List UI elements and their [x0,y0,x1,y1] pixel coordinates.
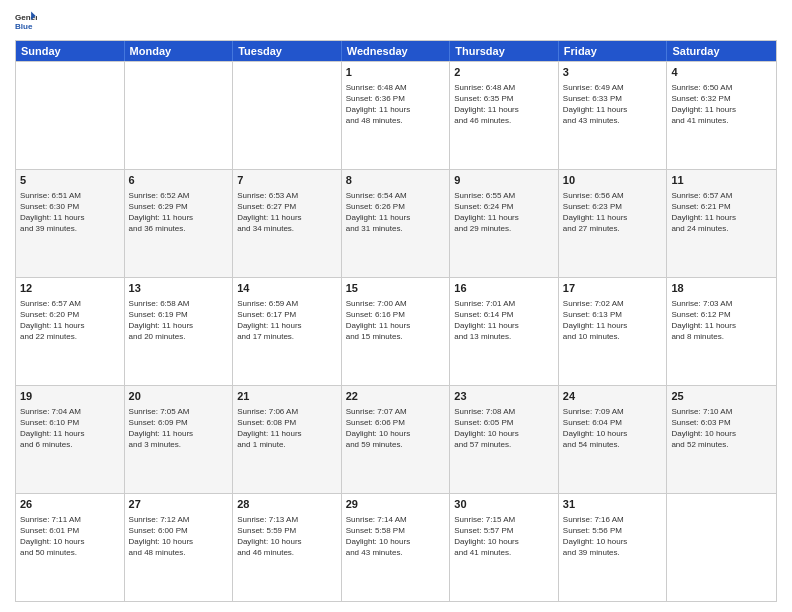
day-number: 20 [129,389,229,404]
day-number: 1 [346,65,446,80]
header: General Blue [15,10,777,32]
table-row: 19Sunrise: 7:04 AM Sunset: 6:10 PM Dayli… [16,386,125,493]
day-number: 25 [671,389,772,404]
table-row: 15Sunrise: 7:00 AM Sunset: 6:16 PM Dayli… [342,278,451,385]
day-number: 31 [563,497,663,512]
page: General Blue SundayMondayTuesdayWednesda… [0,0,792,612]
day-number: 3 [563,65,663,80]
table-row: 16Sunrise: 7:01 AM Sunset: 6:14 PM Dayli… [450,278,559,385]
table-row: 29Sunrise: 7:14 AM Sunset: 5:58 PM Dayli… [342,494,451,601]
day-number: 15 [346,281,446,296]
cell-text: Sunrise: 7:11 AM Sunset: 6:01 PM Dayligh… [20,514,120,559]
table-row: 26Sunrise: 7:11 AM Sunset: 6:01 PM Dayli… [16,494,125,601]
logo: General Blue [15,10,41,32]
table-row [16,62,125,169]
day-number: 21 [237,389,337,404]
cell-text: Sunrise: 7:08 AM Sunset: 6:05 PM Dayligh… [454,406,554,451]
calendar-row: 19Sunrise: 7:04 AM Sunset: 6:10 PM Dayli… [16,385,776,493]
day-number: 11 [671,173,772,188]
table-row: 7Sunrise: 6:53 AM Sunset: 6:27 PM Daylig… [233,170,342,277]
table-row: 2Sunrise: 6:48 AM Sunset: 6:35 PM Daylig… [450,62,559,169]
day-number: 7 [237,173,337,188]
cell-text: Sunrise: 6:50 AM Sunset: 6:32 PM Dayligh… [671,82,772,127]
table-row: 18Sunrise: 7:03 AM Sunset: 6:12 PM Dayli… [667,278,776,385]
cell-text: Sunrise: 6:48 AM Sunset: 6:35 PM Dayligh… [454,82,554,127]
calendar-header-cell: Tuesday [233,41,342,61]
day-number: 19 [20,389,120,404]
day-number: 18 [671,281,772,296]
day-number: 17 [563,281,663,296]
logo-icon: General Blue [15,10,37,32]
day-number: 9 [454,173,554,188]
calendar-body: 1Sunrise: 6:48 AM Sunset: 6:36 PM Daylig… [16,61,776,601]
table-row: 12Sunrise: 6:57 AM Sunset: 6:20 PM Dayli… [16,278,125,385]
day-number: 23 [454,389,554,404]
table-row: 5Sunrise: 6:51 AM Sunset: 6:30 PM Daylig… [16,170,125,277]
cell-text: Sunrise: 7:09 AM Sunset: 6:04 PM Dayligh… [563,406,663,451]
day-number: 8 [346,173,446,188]
cell-text: Sunrise: 7:10 AM Sunset: 6:03 PM Dayligh… [671,406,772,451]
calendar-header-cell: Thursday [450,41,559,61]
cell-text: Sunrise: 7:06 AM Sunset: 6:08 PM Dayligh… [237,406,337,451]
calendar-header-cell: Monday [125,41,234,61]
cell-text: Sunrise: 7:05 AM Sunset: 6:09 PM Dayligh… [129,406,229,451]
day-number: 28 [237,497,337,512]
cell-text: Sunrise: 7:16 AM Sunset: 5:56 PM Dayligh… [563,514,663,559]
day-number: 16 [454,281,554,296]
calendar-row: 12Sunrise: 6:57 AM Sunset: 6:20 PM Dayli… [16,277,776,385]
table-row: 9Sunrise: 6:55 AM Sunset: 6:24 PM Daylig… [450,170,559,277]
cell-text: Sunrise: 7:12 AM Sunset: 6:00 PM Dayligh… [129,514,229,559]
calendar: SundayMondayTuesdayWednesdayThursdayFrid… [15,40,777,602]
cell-text: Sunrise: 7:02 AM Sunset: 6:13 PM Dayligh… [563,298,663,343]
cell-text: Sunrise: 6:57 AM Sunset: 6:20 PM Dayligh… [20,298,120,343]
day-number: 26 [20,497,120,512]
table-row: 6Sunrise: 6:52 AM Sunset: 6:29 PM Daylig… [125,170,234,277]
table-row [233,62,342,169]
calendar-row: 26Sunrise: 7:11 AM Sunset: 6:01 PM Dayli… [16,493,776,601]
table-row: 20Sunrise: 7:05 AM Sunset: 6:09 PM Dayli… [125,386,234,493]
cell-text: Sunrise: 7:07 AM Sunset: 6:06 PM Dayligh… [346,406,446,451]
cell-text: Sunrise: 7:01 AM Sunset: 6:14 PM Dayligh… [454,298,554,343]
calendar-header-cell: Saturday [667,41,776,61]
cell-text: Sunrise: 6:49 AM Sunset: 6:33 PM Dayligh… [563,82,663,127]
cell-text: Sunrise: 6:53 AM Sunset: 6:27 PM Dayligh… [237,190,337,235]
cell-text: Sunrise: 7:03 AM Sunset: 6:12 PM Dayligh… [671,298,772,343]
table-row: 31Sunrise: 7:16 AM Sunset: 5:56 PM Dayli… [559,494,668,601]
table-row [125,62,234,169]
table-row: 17Sunrise: 7:02 AM Sunset: 6:13 PM Dayli… [559,278,668,385]
calendar-header-cell: Sunday [16,41,125,61]
cell-text: Sunrise: 7:13 AM Sunset: 5:59 PM Dayligh… [237,514,337,559]
table-row: 11Sunrise: 6:57 AM Sunset: 6:21 PM Dayli… [667,170,776,277]
calendar-header-cell: Wednesday [342,41,451,61]
table-row: 30Sunrise: 7:15 AM Sunset: 5:57 PM Dayli… [450,494,559,601]
day-number: 10 [563,173,663,188]
cell-text: Sunrise: 7:00 AM Sunset: 6:16 PM Dayligh… [346,298,446,343]
table-row: 13Sunrise: 6:58 AM Sunset: 6:19 PM Dayli… [125,278,234,385]
day-number: 13 [129,281,229,296]
svg-text:Blue: Blue [15,22,33,31]
table-row: 3Sunrise: 6:49 AM Sunset: 6:33 PM Daylig… [559,62,668,169]
calendar-row: 5Sunrise: 6:51 AM Sunset: 6:30 PM Daylig… [16,169,776,277]
day-number: 5 [20,173,120,188]
cell-text: Sunrise: 6:52 AM Sunset: 6:29 PM Dayligh… [129,190,229,235]
day-number: 6 [129,173,229,188]
calendar-header-row: SundayMondayTuesdayWednesdayThursdayFrid… [16,41,776,61]
cell-text: Sunrise: 6:51 AM Sunset: 6:30 PM Dayligh… [20,190,120,235]
table-row [667,494,776,601]
table-row: 28Sunrise: 7:13 AM Sunset: 5:59 PM Dayli… [233,494,342,601]
table-row: 14Sunrise: 6:59 AM Sunset: 6:17 PM Dayli… [233,278,342,385]
table-row: 4Sunrise: 6:50 AM Sunset: 6:32 PM Daylig… [667,62,776,169]
day-number: 12 [20,281,120,296]
cell-text: Sunrise: 7:15 AM Sunset: 5:57 PM Dayligh… [454,514,554,559]
table-row: 25Sunrise: 7:10 AM Sunset: 6:03 PM Dayli… [667,386,776,493]
cell-text: Sunrise: 6:55 AM Sunset: 6:24 PM Dayligh… [454,190,554,235]
table-row: 10Sunrise: 6:56 AM Sunset: 6:23 PM Dayli… [559,170,668,277]
cell-text: Sunrise: 7:04 AM Sunset: 6:10 PM Dayligh… [20,406,120,451]
cell-text: Sunrise: 6:56 AM Sunset: 6:23 PM Dayligh… [563,190,663,235]
cell-text: Sunrise: 6:59 AM Sunset: 6:17 PM Dayligh… [237,298,337,343]
table-row: 8Sunrise: 6:54 AM Sunset: 6:26 PM Daylig… [342,170,451,277]
table-row: 23Sunrise: 7:08 AM Sunset: 6:05 PM Dayli… [450,386,559,493]
cell-text: Sunrise: 7:14 AM Sunset: 5:58 PM Dayligh… [346,514,446,559]
day-number: 29 [346,497,446,512]
day-number: 22 [346,389,446,404]
